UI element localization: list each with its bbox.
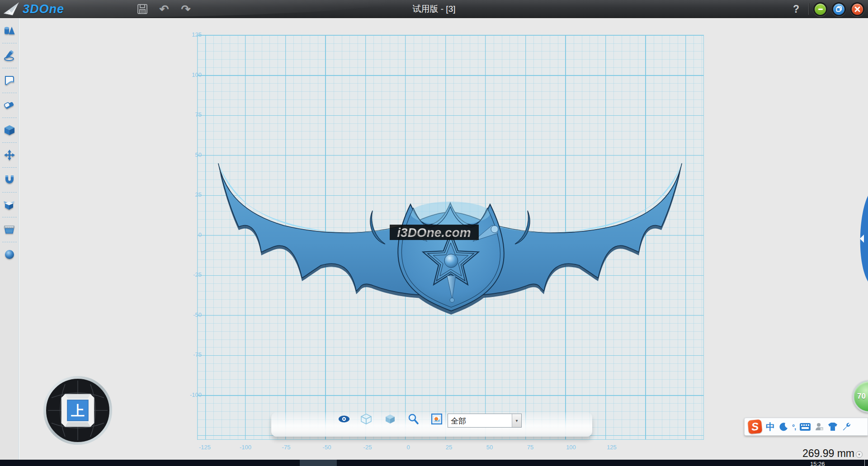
ime-settings-wrench-icon[interactable] [842, 422, 851, 431]
sketch-pencil-icon [4, 50, 15, 61]
viewport-canvas[interactable]: 1251007550250-25-50-75-100-125-100-75-50… [19, 18, 868, 460]
axis-x-label: 75 [519, 444, 542, 451]
ime-fullwidth-moon-icon[interactable] [779, 422, 788, 431]
window-title: 试用版 - [3] [0, 0, 868, 18]
visibility-button[interactable] [338, 413, 350, 425]
tool-trim-button[interactable] [0, 93, 19, 118]
display-filter-value: 全部 [448, 414, 512, 427]
tool-feature-button[interactable] [0, 118, 19, 142]
shaded-mode-button[interactable] [384, 413, 396, 425]
display-filter-dropdown[interactable]: 全部 ▾ [448, 414, 522, 428]
close-icon [854, 6, 861, 13]
ime-toolbar: S 中 °, S [744, 418, 868, 436]
axis-x-label: -25 [356, 444, 379, 451]
os-taskbar: 15:26 [0, 460, 868, 466]
axis-y-label: 125 [176, 31, 202, 38]
tool-special-button[interactable] [0, 192, 19, 217]
taskbar-clock: 15:26 [810, 461, 825, 466]
ime-keyboard-icon[interactable] [800, 423, 811, 431]
help-button[interactable]: ? [788, 3, 804, 15]
restore-icon [835, 5, 843, 13]
tool-sketch-button[interactable] [0, 43, 19, 68]
zoom-magnifier-icon [407, 413, 419, 425]
axis-x-label: 125 [600, 444, 623, 451]
visibility-eye-icon [338, 414, 350, 424]
axis-y-label: -50 [176, 311, 202, 318]
axis-x-label: -100 [234, 444, 257, 451]
ime-skin-icon[interactable] [828, 422, 838, 431]
dropdown-arrow-icon[interactable]: ▾ [512, 414, 521, 427]
ime-logo[interactable]: S [748, 419, 763, 434]
show-desktop-divider[interactable] [864, 460, 865, 466]
collapsed-panel-handle[interactable] [856, 196, 868, 282]
axis-y-label: -75 [176, 351, 202, 358]
measurement-toggle[interactable]: ▾ [856, 451, 863, 458]
titlebar-separator [808, 3, 809, 15]
ime-punctuation-mode[interactable]: °, [792, 423, 796, 431]
cube-icon [4, 124, 15, 136]
ime-account-icon[interactable]: S [815, 422, 824, 431]
axis-x-label: 100 [560, 444, 582, 451]
magnet-icon [4, 174, 15, 186]
axis-y-label: 25 [176, 191, 202, 198]
surface-sheet-icon [4, 75, 15, 86]
tool-material-button[interactable] [0, 242, 19, 267]
trial-days-value: 70 [857, 392, 866, 401]
svg-text:S: S [821, 428, 823, 430]
move-arrows-icon [4, 149, 15, 161]
eraser-icon [3, 99, 15, 111]
tool-primitives-button[interactable] [0, 18, 19, 43]
solid-primitives-icon [3, 25, 15, 37]
taskbar-app-button[interactable] [300, 460, 337, 466]
material-sphere-icon [4, 249, 15, 260]
zoom-button[interactable] [407, 413, 419, 425]
axis-y-label: 0 [176, 231, 202, 238]
axis-y-label: 75 [176, 111, 202, 118]
axis-y-label: 100 [176, 71, 202, 78]
tool-sidebar [0, 18, 19, 460]
axis-y-label: 50 [176, 151, 202, 158]
wireframe-cube-icon [360, 413, 372, 425]
render-image-icon [431, 413, 443, 425]
view-cube[interactable]: 上 [42, 374, 114, 447]
axis-x-label: 0 [397, 444, 420, 451]
close-button[interactable] [850, 2, 864, 16]
open-box-icon [3, 199, 15, 211]
tool-move-button[interactable] [0, 142, 19, 167]
view-cube-face-label: 上 [71, 403, 85, 418]
axis-x-label: 50 [478, 444, 501, 451]
render-image-button[interactable] [431, 413, 443, 425]
maximize-button[interactable] [832, 2, 846, 16]
tool-measure-button[interactable] [0, 217, 19, 242]
tool-sketch-surface-button[interactable] [0, 68, 19, 93]
axis-x-label: -75 [275, 444, 297, 451]
minimize-icon [817, 5, 824, 13]
shaded-cube-icon [384, 413, 396, 425]
grid-plane[interactable] [197, 35, 704, 440]
minimize-button[interactable] [813, 2, 827, 16]
axis-y-label: -100 [176, 391, 202, 398]
ime-language-mode[interactable]: 中 [766, 421, 775, 433]
titlebar: 3DOne ↶ ↷ 试用版 - [3] ? [0, 0, 868, 18]
tool-assembly-button[interactable] [0, 167, 19, 192]
measurement-readout: 269.99 mm [764, 447, 854, 460]
axis-x-label: -50 [316, 444, 338, 451]
axis-y-label: -25 [176, 271, 202, 278]
wireframe-mode-button[interactable] [360, 413, 372, 425]
measure-ruler-icon [3, 224, 15, 235]
axis-x-label: -125 [193, 444, 216, 451]
axis-x-label: 25 [438, 444, 460, 451]
